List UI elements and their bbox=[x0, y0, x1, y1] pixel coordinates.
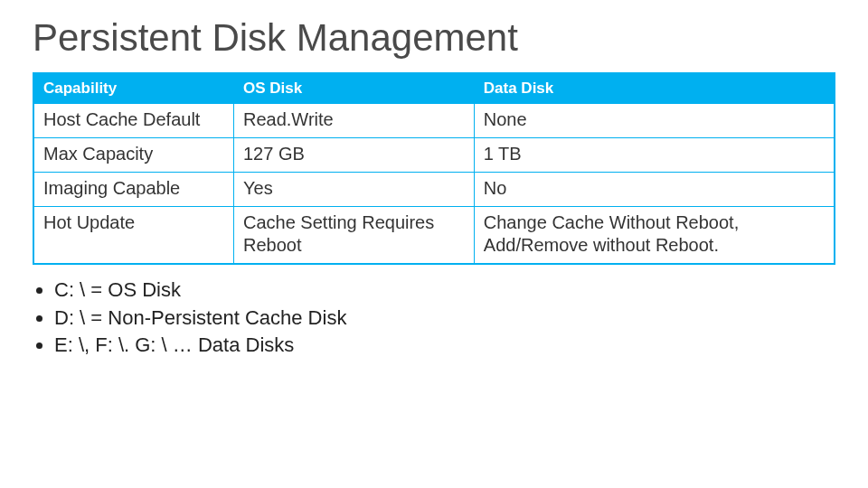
capability-table: Capability OS Disk Data Disk Host Cache … bbox=[33, 72, 835, 265]
list-item: C: \ = OS Disk bbox=[54, 277, 835, 304]
slide: Persistent Disk Management Capability OS… bbox=[0, 0, 868, 359]
cell-os: Cache Setting Requires Reboot bbox=[234, 207, 475, 265]
list-item: E: \, F: \. G: \ … Data Disks bbox=[54, 333, 835, 359]
list-item: D: \ = Non-Persistent Cache Disk bbox=[54, 305, 835, 332]
table-row: Max Capacity 127 GB 1 TB bbox=[33, 138, 835, 173]
col-data-disk: Data Disk bbox=[474, 73, 835, 104]
cell-os: Read.Write bbox=[234, 104, 475, 138]
table-row: Imaging Capable Yes No bbox=[33, 173, 835, 207]
page-title: Persistent Disk Management bbox=[33, 16, 835, 60]
cell-data: None bbox=[474, 104, 835, 138]
cell-os: Yes bbox=[234, 173, 475, 207]
cell-capability: Imaging Capable bbox=[33, 173, 234, 207]
cell-data: No bbox=[474, 173, 835, 207]
cell-capability: Hot Update bbox=[33, 207, 234, 265]
table-row: Host Cache Default Read.Write None bbox=[33, 104, 835, 138]
cell-capability: Max Capacity bbox=[33, 138, 234, 173]
cell-data: 1 TB bbox=[474, 138, 835, 173]
cell-data: Change Cache Without Reboot, Add/Remove … bbox=[474, 207, 835, 265]
cell-capability: Host Cache Default bbox=[33, 104, 234, 138]
col-os-disk: OS Disk bbox=[234, 73, 475, 104]
table-row: Hot Update Cache Setting Requires Reboot… bbox=[33, 207, 835, 265]
col-capability: Capability bbox=[33, 73, 234, 104]
cell-os: 127 GB bbox=[234, 138, 475, 173]
notes-list: C: \ = OS Disk D: \ = Non-Persistent Cac… bbox=[54, 277, 835, 359]
table-header-row: Capability OS Disk Data Disk bbox=[33, 73, 835, 104]
